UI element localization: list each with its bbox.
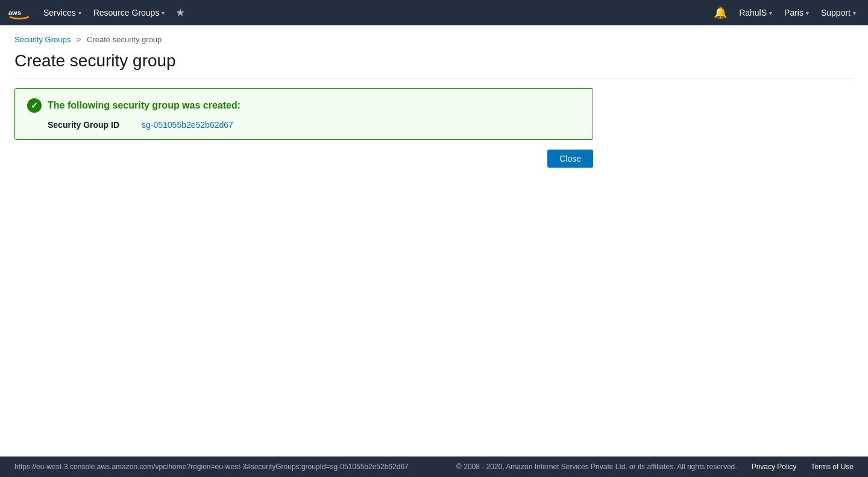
success-banner: The following security group was created… <box>14 88 593 140</box>
footer: https://eu-west-3.console.aws.amazon.com… <box>0 456 868 477</box>
success-detail: Security Group ID sg-051055b2e52b62d67 <box>48 120 580 130</box>
region-chevron-icon: ▾ <box>806 10 809 16</box>
top-navigation: aws Services ▾ Resource Groups ▾ ★ 🔔 Rah… <box>0 0 868 25</box>
user-label: RahulS <box>739 8 767 17</box>
region-label: Paris <box>784 8 804 17</box>
svg-text:aws: aws <box>8 9 21 16</box>
resource-groups-label: Resource Groups <box>93 8 160 17</box>
favorites-icon[interactable]: ★ <box>172 4 189 22</box>
resource-groups-menu-button[interactable]: Resource Groups ▾ <box>89 5 170 20</box>
notifications-icon[interactable]: 🔔 <box>709 4 732 22</box>
breadcrumb-parent-link[interactable]: Security Groups <box>14 35 71 44</box>
page-title: Create security group <box>14 51 854 78</box>
close-button-container: Close <box>14 150 593 168</box>
footer-url: https://eu-west-3.console.aws.amazon.com… <box>14 463 409 471</box>
success-icon <box>27 98 42 113</box>
services-menu-button[interactable]: Services ▾ <box>39 5 86 20</box>
user-chevron-icon: ▾ <box>769 10 772 16</box>
main-content: Security Groups > Create security group … <box>0 25 868 456</box>
resource-groups-chevron-icon: ▾ <box>162 10 165 16</box>
user-menu-button[interactable]: RahulS ▾ <box>734 5 777 20</box>
aws-logo[interactable]: aws <box>7 4 31 21</box>
terms-of-use-link[interactable]: Terms of Use <box>811 463 854 471</box>
breadcrumb-current: Create security group <box>87 35 162 44</box>
support-label: Support <box>821 8 851 17</box>
breadcrumb: Security Groups > Create security group <box>14 35 854 44</box>
support-menu-button[interactable]: Support ▾ <box>816 5 861 20</box>
support-chevron-icon: ▾ <box>853 10 856 16</box>
footer-copyright: © 2008 - 2020, Amazon Internet Services … <box>456 463 737 471</box>
close-button[interactable]: Close <box>547 150 593 168</box>
services-chevron-icon: ▾ <box>78 10 81 16</box>
privacy-policy-link[interactable]: Privacy Policy <box>752 463 797 471</box>
footer-right: © 2008 - 2020, Amazon Internet Services … <box>456 463 854 471</box>
security-group-id-label: Security Group ID <box>48 120 132 130</box>
success-message: The following security group was created… <box>48 100 241 111</box>
nav-right-section: 🔔 RahulS ▾ Paris ▾ Support ▾ <box>709 4 861 22</box>
breadcrumb-separator: > <box>77 35 81 44</box>
services-label: Services <box>43 8 76 17</box>
success-header: The following security group was created… <box>27 98 580 113</box>
region-menu-button[interactable]: Paris ▾ <box>779 5 814 20</box>
security-group-id-link[interactable]: sg-051055b2e52b62d67 <box>142 120 233 130</box>
